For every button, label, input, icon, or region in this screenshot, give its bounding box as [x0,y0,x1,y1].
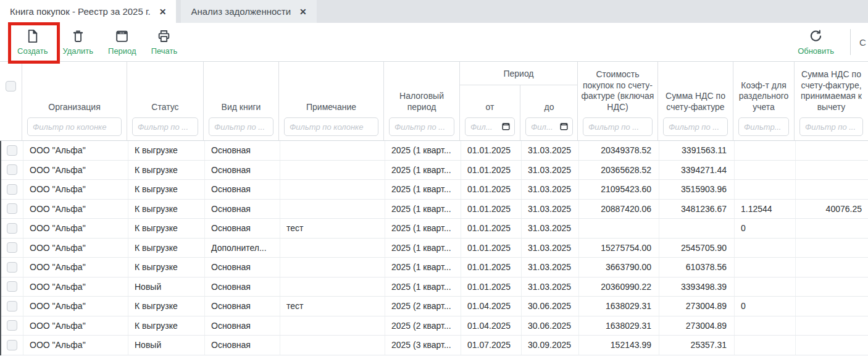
cell-organization: ООО "Альфа" [23,200,128,219]
filter-coef[interactable] [738,117,789,136]
table-row[interactable]: ООО "Альфа" К выгрузке Основная 2025 (1 … [1,141,868,161]
cell-organization: ООО "Альфа" [23,316,128,336]
row-checkbox[interactable] [7,242,17,253]
cell-organization: ООО "Альфа" [23,297,128,316]
filter-book-type[interactable] [209,117,273,136]
close-icon[interactable]: ✕ [159,7,167,16]
calendar-icon[interactable] [501,122,511,134]
column-period-from: от [460,85,520,140]
row-checkbox-cell [1,239,23,258]
table-row[interactable]: ООО "Альфа" Новый Основная 2025 (1 кварт… [1,278,868,297]
cell-tax-period: 2025 (1 кварт... [385,239,461,258]
cell-vat [659,219,735,238]
tab-purchase-book[interactable]: Книга покупок - Реестр за 2025 г. ✕ [0,0,176,23]
row-checkbox[interactable] [7,184,17,195]
cell-note [280,278,385,297]
row-checkbox-cell [1,258,23,277]
cell-date-to: 30.09.2025 [522,336,579,355]
row-checkbox[interactable] [7,203,17,214]
cell-cost: 152143.99 [579,336,659,355]
cell-vat: 3515903.96 [659,180,735,199]
cell-book-type: Основная [205,219,280,238]
cell-status: Новый [128,336,205,355]
calendar-icon[interactable] [559,122,569,134]
table-row[interactable]: ООО "Альфа" Новый Основная 2025 (3 кварт… [1,336,868,355]
cell-status: К выгрузке [128,219,205,238]
cell-date-to: 31.03.2025 [522,278,579,297]
cell-organization: ООО "Альфа" [23,258,128,277]
cell-tax-period: 2025 (1 кварт... [385,141,461,160]
cell-tax-period: 2025 (1 кварт... [385,258,461,277]
cell-vat: 25357.31 [659,336,735,355]
truncated-right-button[interactable]: С [859,37,868,48]
cell-date-from: 01.07.2025 [461,336,522,355]
select-all-checkbox[interactable] [6,81,16,91]
cell-date-from: 01.01.2025 [461,141,522,160]
row-checkbox[interactable] [7,320,17,331]
row-checkbox[interactable] [7,301,17,312]
cell-status: К выгрузке [128,180,205,199]
close-icon[interactable]: ✕ [299,7,307,16]
filter-organization[interactable] [27,117,122,136]
table-row[interactable]: ООО "Альфа" К выгрузке Основная 2025 (1 … [1,200,868,219]
cell-status: К выгрузке [128,161,205,180]
refresh-button[interactable]: Обновить [790,26,841,58]
cell-note [280,316,385,336]
filter-status[interactable] [132,117,198,136]
cell-date-to: 31.03.2025 [522,239,579,258]
column-vat: Сумма НДС по счету-фактуре [658,62,733,140]
print-button[interactable]: Печать [144,26,185,58]
table-row[interactable]: ООО "Альфа" К выгрузке Основная 2025 (1 … [1,258,868,278]
cell-vat-deductible [796,336,868,355]
tab-label: Анализ задолженности [191,6,291,17]
filter-tax-period[interactable] [389,117,454,136]
table-header: Организация Статус Вид книги Примечание … [0,62,868,141]
row-checkbox[interactable] [7,340,17,350]
table-row[interactable]: ООО "Альфа" К выгрузке Дополнител... 202… [1,239,868,258]
row-checkbox-cell [1,200,23,219]
cell-coef: 1.12544 [735,200,796,219]
table-row[interactable]: ООО "Альфа" К выгрузке Основная 2025 (2 … [1,316,868,336]
row-checkbox[interactable] [7,262,17,273]
cell-date-to: 31.03.2025 [522,161,579,180]
column-note: Примечание [279,62,384,140]
cell-organization: ООО "Альфа" [23,336,128,355]
toolbar-right: Обновить С [790,26,868,58]
cell-vat: 3394271.44 [659,161,735,180]
row-checkbox[interactable] [7,145,17,156]
row-checkbox[interactable] [7,281,17,292]
cell-cost [579,219,659,238]
filter-vat-deductible[interactable] [799,117,863,136]
cell-book-type: Основная [205,336,280,355]
table-row[interactable]: ООО "Альфа" К выгрузке Основная 2025 (1 … [1,161,868,180]
period-button[interactable]: Период [101,26,144,58]
column-organization: Организация [22,62,127,140]
column-tax-period: Налоговый период [384,62,460,140]
row-checkbox[interactable] [7,164,17,175]
column-label: Налоговый период [386,91,457,112]
column-label: до [523,102,575,113]
column-status: Статус [127,62,204,140]
filter-cost[interactable] [583,117,653,136]
filter-vat[interactable] [663,117,728,136]
row-checkbox[interactable] [7,223,17,234]
cell-date-from: 01.01.2025 [461,239,522,258]
toolbar-divider [850,29,851,55]
cell-vat-deductible [796,258,868,277]
cell-cost: 20365628.52 [579,161,659,180]
cell-organization: ООО "Альфа" [23,239,128,258]
trash-icon [70,28,86,44]
cell-status: К выгрузке [128,316,205,336]
cell-status: Новый [128,278,205,297]
create-button[interactable]: Создать [10,26,55,58]
tab-debt-analysis[interactable]: Анализ задолженности ✕ [181,0,316,23]
filter-note[interactable] [284,117,378,136]
table-row[interactable]: ООО "Альфа" К выгрузке Основная тест 202… [1,297,868,316]
app-window: Книга покупок - Реестр за 2025 г. ✕ Анал… [0,0,868,356]
table-row[interactable]: ООО "Альфа" К выгрузке Основная 2025 (1 … [1,180,868,200]
cell-tax-period: 2025 (1 кварт... [385,200,461,219]
cell-date-from: 01.04.2025 [461,316,522,336]
table-row[interactable]: ООО "Альфа" К выгрузке Основная тест 202… [1,219,868,239]
delete-button[interactable]: Удалить [55,26,101,58]
period-button-label: Период [108,46,136,56]
